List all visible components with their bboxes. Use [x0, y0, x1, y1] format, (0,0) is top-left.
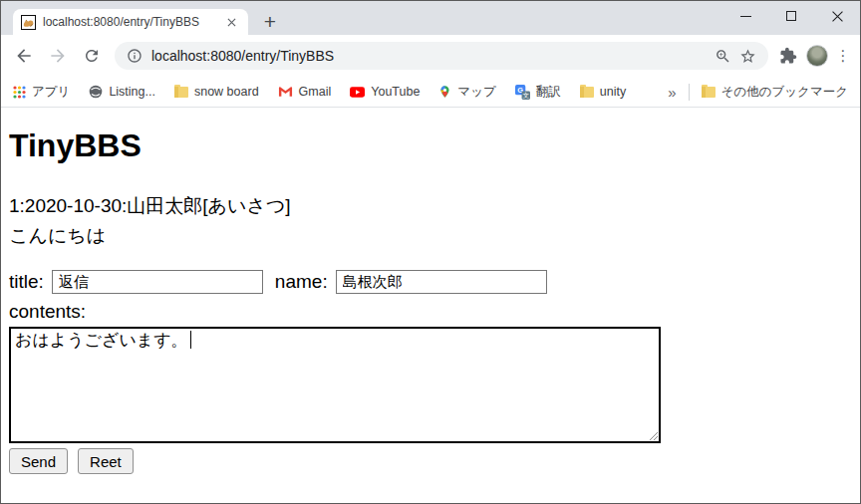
- bookmark-snowboard[interactable]: snow board: [174, 85, 259, 99]
- folder-icon: [580, 87, 594, 98]
- extensions-button[interactable]: [774, 42, 802, 70]
- window-controls: [722, 1, 860, 31]
- forward-button[interactable]: [44, 42, 72, 70]
- name-input[interactable]: [336, 270, 547, 294]
- contents-text: おはようございます。: [15, 332, 188, 351]
- bookmark-label: unity: [600, 85, 626, 99]
- puzzle-icon: [779, 47, 797, 65]
- bookmark-youtube[interactable]: YouTube: [350, 85, 420, 99]
- bookmark-label: Gmail: [299, 85, 332, 99]
- page-info-icon[interactable]: [127, 48, 143, 64]
- reset-button[interactable]: Reet: [78, 448, 134, 474]
- bbs-entry: 1:2020-10-30:山田太郎[あいさつ] こんにちは: [9, 191, 852, 251]
- browser-menu-button[interactable]: ⋮: [832, 47, 854, 65]
- maps-pin-icon: [438, 84, 451, 100]
- zoom-in-icon: [715, 48, 731, 65]
- reload-button[interactable]: [78, 42, 106, 70]
- bookmark-translate[interactable]: G 文 翻訳: [515, 84, 561, 101]
- svg-text:文: 文: [522, 91, 529, 98]
- browser-tab[interactable]: localhost:8080/entry/TinyBBS: [13, 9, 248, 35]
- bookmark-star-button[interactable]: [739, 48, 756, 65]
- folder-icon: [174, 87, 188, 98]
- close-icon: [832, 11, 843, 22]
- other-bookmarks-label: その他のブックマーク: [721, 84, 848, 101]
- bookmark-label: Listing...: [109, 85, 155, 99]
- page-content: TinyBBS 1:2020-10-30:山田太郎[あいさつ] こんにちは ti…: [1, 108, 860, 503]
- zoom-button[interactable]: [715, 48, 731, 65]
- close-button[interactable]: [814, 1, 860, 31]
- bookmark-unity[interactable]: unity: [580, 85, 626, 99]
- maximize-button[interactable]: [768, 1, 814, 31]
- textarea-resize-handle[interactable]: [648, 430, 658, 440]
- apps-grid-icon: [13, 86, 26, 99]
- name-label: name:: [275, 271, 328, 293]
- bookmarks-overflow-chevron[interactable]: »: [668, 84, 676, 101]
- form-buttons: Send Reet: [9, 448, 852, 474]
- bookmarks-bar: アプリ Listing... snow board Gmail YouTub: [1, 77, 860, 108]
- forward-arrow-icon: [48, 46, 68, 66]
- youtube-icon: [350, 87, 365, 98]
- titlebar: localhost:8080/entry/TinyBBS +: [1, 1, 860, 35]
- contents-label: contents:: [9, 299, 852, 325]
- title-name-row: title: name:: [9, 270, 852, 294]
- entry-header: 1:2020-10-30:山田太郎[あいさつ]: [9, 191, 852, 221]
- bookmarks-divider: [689, 84, 690, 101]
- bookmark-label: 翻訳: [536, 84, 561, 101]
- toolbar: localhost:8080/entry/TinyBBS ⋮: [1, 35, 860, 77]
- minimize-icon: [740, 16, 751, 17]
- title-label: title:: [9, 271, 44, 293]
- bookmark-listing[interactable]: Listing...: [89, 85, 155, 99]
- bookmark-label: snow board: [194, 85, 259, 99]
- toolbar-right: ⋮: [774, 42, 854, 70]
- entry-body: こんにちは: [9, 221, 852, 251]
- back-button[interactable]: [10, 42, 38, 70]
- address-bar[interactable]: localhost:8080/entry/TinyBBS: [115, 42, 768, 70]
- reload-icon: [83, 47, 101, 65]
- bookmark-apps[interactable]: アプリ: [13, 84, 70, 101]
- folder-icon: [702, 87, 716, 98]
- gmail-icon: [278, 86, 293, 98]
- tab-title: localhost:8080/entry/TinyBBS: [43, 15, 223, 29]
- minimize-button[interactable]: [722, 1, 768, 31]
- back-arrow-icon: [14, 46, 34, 66]
- title-input[interactable]: [52, 270, 263, 294]
- bookmark-label: YouTube: [371, 85, 420, 99]
- translate-icon: G 文: [515, 85, 530, 100]
- browser-window: localhost:8080/entry/TinyBBS + localhost…: [0, 0, 861, 504]
- star-icon: [739, 48, 756, 65]
- bookmark-maps[interactable]: マップ: [438, 84, 495, 101]
- text-caret: [190, 331, 191, 349]
- profile-avatar[interactable]: [806, 45, 828, 67]
- send-button[interactable]: Send: [9, 448, 68, 474]
- bookmark-gmail[interactable]: Gmail: [278, 85, 332, 99]
- new-tab-button[interactable]: +: [258, 11, 282, 35]
- globe-icon: [89, 85, 103, 99]
- tab-close-icon[interactable]: [223, 14, 240, 31]
- bookmark-label: アプリ: [32, 84, 70, 101]
- page-title: TinyBBS: [9, 127, 852, 164]
- bookmark-label: マップ: [457, 84, 495, 101]
- contents-textarea[interactable]: おはようございます。: [9, 327, 661, 443]
- other-bookmarks[interactable]: その他のブックマーク: [702, 84, 848, 101]
- maximize-icon: [786, 11, 796, 21]
- url-text: localhost:8080/entry/TinyBBS: [151, 48, 707, 64]
- site-favicon-icon: [21, 15, 36, 30]
